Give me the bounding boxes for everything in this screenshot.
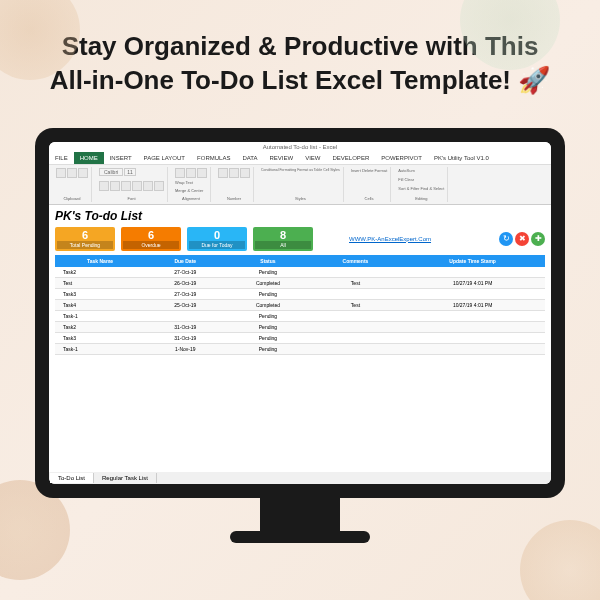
cell-status[interactable]: Pending [225, 332, 310, 343]
cell-status[interactable]: Pending [225, 267, 310, 278]
table-row[interactable]: Task227-Oct-19Pending [55, 267, 545, 278]
autosum-button[interactable]: AutoSum [398, 168, 414, 173]
cell-status[interactable]: Completed [225, 277, 310, 288]
cell-status[interactable]: Completed [225, 299, 310, 310]
cell-due[interactable]: 31-Oct-19 [145, 321, 225, 332]
font-color-icon[interactable] [154, 181, 164, 191]
insert-button[interactable]: Insert [351, 168, 361, 173]
table-row[interactable]: Task-1Pending [55, 310, 545, 321]
menu-powerpivot[interactable]: POWERPIVOT [375, 152, 428, 164]
cell-comments[interactable]: Test [311, 299, 401, 310]
cell-ts[interactable] [400, 267, 545, 278]
cell-task[interactable]: Task4 [55, 299, 145, 310]
cell-styles-button[interactable]: Cell Styles [323, 168, 340, 172]
percent-icon[interactable] [229, 168, 239, 178]
cell-status[interactable]: Pending [225, 310, 310, 321]
menu-page-layout[interactable]: PAGE LAYOUT [138, 152, 191, 164]
table-row[interactable]: Task331-Oct-19Pending [55, 332, 545, 343]
cell-task[interactable]: Task2 [55, 321, 145, 332]
find-button[interactable]: Find & Select [421, 186, 445, 191]
table-row[interactable]: Task-11-Nov-19Pending [55, 343, 545, 354]
font-size-select[interactable]: 11 [124, 168, 136, 176]
cell-due[interactable]: 27-Oct-19 [145, 267, 225, 278]
font-name-select[interactable]: Calibri [99, 168, 123, 176]
format-button[interactable]: Format [375, 168, 388, 173]
fmt-table-button[interactable]: Format as Table [297, 168, 322, 172]
cell-task[interactable]: Task-1 [55, 343, 145, 354]
merge-button[interactable]: Merge & Center [175, 188, 203, 193]
website-link[interactable]: WWW.PK-AnExcelExpert.Com [349, 236, 431, 242]
menu-view[interactable]: VIEW [299, 152, 326, 164]
bold-icon[interactable] [99, 181, 109, 191]
table-row[interactable]: Test26-Oct-19CompletedTest10/27/19 4:01 … [55, 277, 545, 288]
align-icon[interactable] [197, 168, 207, 178]
menu-review[interactable]: REVIEW [264, 152, 300, 164]
cell-comments[interactable] [311, 267, 401, 278]
menu-file[interactable]: FILE [49, 152, 74, 164]
cell-ts[interactable] [400, 332, 545, 343]
menu-home[interactable]: HOME [74, 152, 104, 164]
stat-card-today[interactable]: 0 Due for Today [187, 227, 247, 251]
cell-comments[interactable]: Test [311, 277, 401, 288]
cell-comments[interactable] [311, 343, 401, 354]
cell-comments[interactable] [311, 288, 401, 299]
cell-task[interactable]: Task2 [55, 267, 145, 278]
cell-ts[interactable] [400, 288, 545, 299]
cell-comments[interactable] [311, 332, 401, 343]
underline-icon[interactable] [121, 181, 131, 191]
cell-due[interactable]: 27-Oct-19 [145, 288, 225, 299]
stat-card-all[interactable]: 8 All [253, 227, 313, 251]
border-icon[interactable] [132, 181, 142, 191]
tab-regular-task[interactable]: Regular Task List [94, 473, 157, 483]
col-due-date[interactable]: Due Date [145, 255, 225, 267]
cell-due[interactable] [145, 310, 225, 321]
cell-ts[interactable]: 10/27/19 4:01 PM [400, 299, 545, 310]
cell-task[interactable]: Task-1 [55, 310, 145, 321]
comma-icon[interactable] [240, 168, 250, 178]
cell-due[interactable]: 31-Oct-19 [145, 332, 225, 343]
cell-task[interactable]: Test [55, 277, 145, 288]
add-icon[interactable]: ✚ [531, 232, 545, 246]
cell-ts[interactable]: 10/27/19 4:01 PM [400, 277, 545, 288]
stat-card-pending[interactable]: 6 Total Pending [55, 227, 115, 251]
col-status[interactable]: Status [225, 255, 310, 267]
currency-icon[interactable] [218, 168, 228, 178]
paste-icon[interactable] [56, 168, 66, 178]
menu-insert[interactable]: INSERT [104, 152, 138, 164]
sort-button[interactable]: Sort & Filter [398, 186, 419, 191]
cell-due[interactable]: 1-Nov-19 [145, 343, 225, 354]
menu-data[interactable]: DATA [236, 152, 263, 164]
clear-button[interactable]: Clear [405, 177, 415, 182]
cell-comments[interactable] [311, 321, 401, 332]
cond-fmt-button[interactable]: Conditional Formatting [261, 168, 296, 172]
wrap-text-button[interactable]: Wrap Text [175, 180, 193, 185]
italic-icon[interactable] [110, 181, 120, 191]
table-row[interactable]: Task327-Oct-19Pending [55, 288, 545, 299]
stat-card-overdue[interactable]: 6 Overdue [121, 227, 181, 251]
cell-due[interactable]: 25-Oct-19 [145, 299, 225, 310]
table-row[interactable]: Task231-Oct-19Pending [55, 321, 545, 332]
align-icon[interactable] [186, 168, 196, 178]
cut-icon[interactable] [67, 168, 77, 178]
menu-developer[interactable]: DEVELOPER [327, 152, 376, 164]
delete-icon[interactable]: ✖ [515, 232, 529, 246]
cell-due[interactable]: 26-Oct-19 [145, 277, 225, 288]
col-task-name[interactable]: Task Name [55, 255, 145, 267]
cell-status[interactable]: Pending [225, 321, 310, 332]
cell-ts[interactable] [400, 321, 545, 332]
menu-formulas[interactable]: FORMULAS [191, 152, 236, 164]
cell-comments[interactable] [311, 310, 401, 321]
copy-icon[interactable] [78, 168, 88, 178]
refresh-icon[interactable]: ↻ [499, 232, 513, 246]
cell-status[interactable]: Pending [225, 343, 310, 354]
menu-utility-tool[interactable]: PK's Utility Tool V1.0 [428, 152, 495, 164]
cell-ts[interactable] [400, 310, 545, 321]
cell-ts[interactable] [400, 343, 545, 354]
cell-status[interactable]: Pending [225, 288, 310, 299]
cell-task[interactable]: Task3 [55, 332, 145, 343]
col-timestamp[interactable]: Update Time Stamp [400, 255, 545, 267]
align-icon[interactable] [175, 168, 185, 178]
cell-task[interactable]: Task3 [55, 288, 145, 299]
table-row[interactable]: Task425-Oct-19CompletedTest10/27/19 4:01… [55, 299, 545, 310]
delete-button[interactable]: Delete [362, 168, 374, 173]
